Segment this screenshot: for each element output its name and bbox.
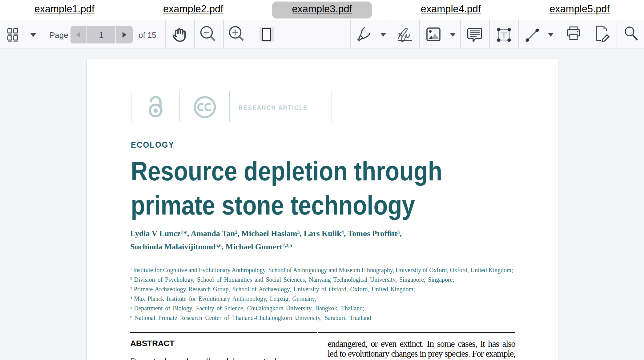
svg-text:T: T (501, 30, 507, 40)
